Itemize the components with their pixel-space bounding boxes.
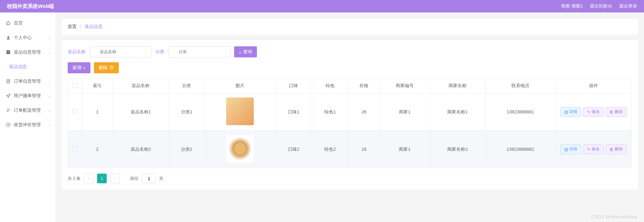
query-button[interactable]: ⌕ 查询 [234,46,257,57]
select-all-checkbox[interactable] [73,83,77,88]
sidebar-item-label: 收货评价管理 [14,122,41,128]
plus-icon: + [83,65,86,71]
search-cat-label: 分类 [155,49,164,55]
add-button[interactable]: 新增 + [68,62,90,73]
dish-image[interactable] [226,135,254,163]
col-image: 图片 [205,78,275,93]
detail-icon: ▤ [564,110,568,114]
cell-price: 26 [348,93,380,131]
col-merchant-name: 商家名称 [430,78,485,93]
user-icon [6,35,11,40]
cell-feature: 特色2 [312,131,348,168]
cell-image [205,131,275,168]
content-panel: 菜品名称 ⌕ 分类 ⌕ ⌕ 查询 新增 + [61,40,638,189]
row-actions: ▤ 详情✎ 修改🗑 删除 [558,145,628,154]
breadcrumb-home[interactable]: 首页 [68,24,77,29]
list-icon [6,108,11,113]
action-bar: 新增 + 删除 [68,62,632,73]
goto-page-input[interactable] [142,174,156,183]
edit-button[interactable]: ✎ 修改 [583,107,604,117]
col-price: 价格 [348,78,380,93]
trash-icon: 🗑 [609,147,614,152]
row-delete-button[interactable]: 🗑 删除 [606,145,627,154]
cell-category: 分类1 [169,93,205,131]
prev-page-button[interactable]: ‹ [84,174,94,183]
cell-merchant-name: 商家名称2 [430,131,485,168]
send-icon [6,93,11,99]
col-feature: 特色 [312,78,348,93]
button-label: 查询 [243,49,252,55]
sidebar-item-delivery-mgmt[interactable]: 订单配送管理 ⌄ [0,103,55,118]
col-index: 索引 [82,78,113,93]
table-row: 1菜品名称1分类1口味1特色126商家1商家名称113823888881▤ 详情… [68,93,632,131]
detail-icon: ▤ [564,147,568,152]
user-label[interactable]: 商家 商家1 [561,3,583,9]
table-header-row: 索引 菜品名称 分类 图片 口味 特色 价格 商家编号 商家名称 联系电话 操作 [68,78,632,93]
button-label: 新增 [73,65,81,71]
detail-button[interactable]: ▤ 详情 [560,145,581,154]
svg-point-0 [8,36,9,38]
breadcrumb-separator: / [80,24,81,29]
col-taste: 口味 [275,78,312,93]
page-suffix: 页 [159,176,163,182]
dish-image[interactable] [226,98,254,125]
sidebar-item-review-mgmt[interactable]: 收货评价管理 ⌄ [0,118,55,132]
cell-merchant-code: 商家1 [379,131,430,168]
next-page-button[interactable]: › [110,174,120,183]
search-icon: ⌕ [239,49,242,55]
clock-icon [6,122,11,128]
cell-index: 1 [82,93,113,131]
app-title: 校园外卖系统Web端 [7,3,54,10]
chevron-down-icon: ⌄ [48,123,51,127]
sidebar-item-profile[interactable]: 个人中心 ⌄ [0,30,55,45]
cell-image [205,93,275,131]
chevron-down-icon: ⌄ [48,36,51,40]
trash-icon [109,65,114,71]
row-checkbox[interactable] [73,146,77,151]
header: 校园外卖系统Web端 商家 商家1 退出到前台 退出登录 [0,0,644,12]
search-name-input[interactable] [90,46,152,57]
cell-name: 菜品名称2 [113,131,168,168]
button-label: 删除 [99,65,108,71]
chevron-down-icon: ⌄ [48,50,51,55]
col-actions: 操作 [556,78,632,93]
col-phone: 联系电话 [485,78,555,93]
sidebar-item-dish-mgmt[interactable]: 菜品信息管理 ⌄ [0,45,55,59]
cell-merchant-name: 商家名称1 [430,93,485,131]
main-content: 首页 / 菜品信息 菜品名称 ⌕ 分类 ⌕ ⌕ 查询 [55,12,644,222]
goto-label: 前往 [130,176,138,182]
sidebar-item-cancel-mgmt[interactable]: 用户撤单管理 ⌄ [0,89,55,103]
sidebar: 首页 个人中心 ⌄ 菜品信息管理 ⌄ 菜品信息 订单信息管理 ⌄ 用户撤单管理 … [0,12,55,222]
logout-link[interactable]: 退出登录 [619,3,637,9]
data-table: 索引 菜品名称 分类 图片 口味 特色 价格 商家编号 商家名称 联系电话 操作… [68,78,632,168]
document-icon [6,78,11,84]
sidebar-item-label: 首页 [14,20,23,26]
edit-button[interactable]: ✎ 修改 [583,145,604,154]
to-front-link[interactable]: 退出到前台 [590,3,612,9]
cell-taste: 口味1 [275,93,312,131]
breadcrumb-current: 菜品信息 [85,24,103,29]
breadcrumb: 首页 / 菜品信息 [61,19,638,35]
cell-name: 菜品名称1 [113,93,168,131]
sidebar-item-label: 菜品信息管理 [14,49,41,55]
cell-phone: 13823888881 [485,93,555,131]
sidebar-item-label: 订单配送管理 [14,107,41,113]
page-number-button[interactable]: 1 [97,174,107,183]
sidebar-item-order-mgmt[interactable]: 订单信息管理 ⌄ [0,74,55,89]
sidebar-item-dish-info[interactable]: 菜品信息 [0,59,55,74]
sidebar-item-label: 订单信息管理 [14,78,41,84]
cell-price: 16 [348,131,380,168]
watermark: CSDN @biyezuopinvip [592,214,637,219]
detail-button[interactable]: ▤ 详情 [560,107,581,117]
search-cat-input[interactable] [169,46,231,57]
col-merchant-code: 商家编号 [379,78,430,93]
cell-merchant-code: 商家1 [379,93,430,131]
row-checkbox[interactable] [73,109,77,114]
table-row: 2菜品名称2分类2口味2特色216商家1商家名称213823888882▤ 详情… [68,131,632,168]
delete-button[interactable]: 删除 [94,62,119,73]
row-delete-button[interactable]: 🗑 删除 [606,107,627,117]
sidebar-item-home[interactable]: 首页 [0,16,55,30]
cell-index: 2 [82,131,113,168]
search-name-label: 菜品名称 [68,49,86,55]
cell-phone: 13823888882 [485,131,555,168]
